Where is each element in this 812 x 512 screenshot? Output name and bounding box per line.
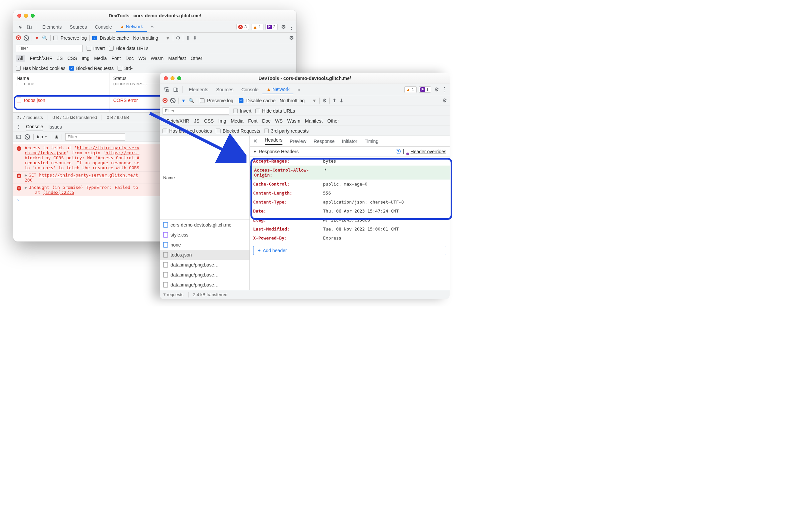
filter-input[interactable]: [163, 107, 229, 115]
upload-icon[interactable]: ⬆: [332, 97, 337, 104]
header-row[interactable]: Cache-Control:public, max-age=0: [250, 179, 450, 189]
blocked-requests-option[interactable]: ✓Blocked Requests: [69, 66, 114, 71]
context-select[interactable]: top▼: [37, 134, 48, 139]
request-row[interactable]: style.css: [160, 230, 250, 240]
request-row[interactable]: none: [160, 240, 250, 250]
type-other[interactable]: Other: [327, 118, 339, 123]
download-icon[interactable]: ⬇: [339, 97, 344, 104]
drawer-kebab-icon[interactable]: ⋮: [16, 124, 21, 130]
hide-data-urls-checkbox[interactable]: [256, 109, 260, 113]
blocked-requests-option[interactable]: Blocked Requests: [216, 128, 260, 134]
type-ws[interactable]: WS: [275, 118, 283, 123]
type-manifest[interactable]: Manifest: [305, 118, 323, 123]
hide-data-urls-option[interactable]: Hide data URLs: [256, 108, 295, 114]
net-row-todos[interactable]: todos.json: [13, 95, 110, 105]
tab-elements[interactable]: Elements: [38, 22, 66, 32]
warning-count-badge[interactable]: ▲1: [251, 24, 263, 30]
tab-sources[interactable]: Sources: [212, 85, 237, 94]
issues-count-badge[interactable]: ⚑1: [419, 86, 431, 93]
third-party-checkbox[interactable]: [118, 66, 122, 70]
third-party-option[interactable]: 3rd-: [118, 66, 133, 71]
close-icon[interactable]: [164, 76, 168, 80]
type-img[interactable]: Img: [219, 118, 226, 123]
issues-tab[interactable]: Issues: [48, 123, 62, 131]
upload-icon[interactable]: ⬆: [186, 35, 190, 41]
minimize-icon[interactable]: [171, 76, 175, 80]
response-headers-section[interactable]: ▼ Response Headers ? Header overrides: [250, 147, 450, 157]
invert-option[interactable]: Invert: [233, 108, 252, 114]
has-blocked-cookies-checkbox[interactable]: [163, 129, 167, 133]
type-all[interactable]: All: [16, 55, 25, 62]
minimize-icon[interactable]: [24, 13, 28, 18]
type-manifest[interactable]: Manifest: [168, 56, 186, 61]
link[interactable]: https://cors-: [106, 150, 140, 155]
has-blocked-cookies-option[interactable]: Has blocked cookies: [16, 66, 65, 71]
invert-checkbox[interactable]: [87, 46, 91, 51]
settings-icon[interactable]: ⚙: [434, 86, 439, 93]
console-sidebar-icon[interactable]: [16, 134, 21, 140]
throttle-select[interactable]: No throttling: [280, 98, 304, 103]
zoom-icon[interactable]: [177, 76, 181, 80]
preserve-log-checkbox[interactable]: [53, 36, 58, 40]
header-row[interactable]: Content-Type:application/json; charset=U…: [250, 198, 450, 206]
hide-data-urls-checkbox[interactable]: [109, 46, 114, 51]
wifi-icon[interactable]: ⚙: [176, 35, 180, 41]
chevron-down-icon[interactable]: ▼: [312, 98, 317, 103]
clear-icon[interactable]: [24, 35, 29, 40]
download-icon[interactable]: ⬇: [193, 35, 197, 41]
tab-console[interactable]: Console: [91, 22, 116, 32]
tab-sources[interactable]: Sources: [66, 22, 91, 32]
header-overrides-link[interactable]: Header overrides: [411, 149, 446, 154]
help-icon[interactable]: ?: [396, 149, 401, 154]
network-settings-icon[interactable]: ⚙: [289, 35, 294, 41]
record-icon[interactable]: [16, 35, 21, 40]
blocked-requests-checkbox[interactable]: ✓: [69, 66, 74, 70]
record-icon[interactable]: [163, 98, 168, 103]
request-row[interactable]: cors-demo-devtools.glitch.me: [160, 220, 250, 230]
header-row[interactable]: Last-Modified:Tue, 08 Nov 2022 15:00:01 …: [250, 225, 450, 233]
type-font[interactable]: Font: [248, 118, 257, 123]
type-wasm[interactable]: Wasm: [287, 118, 300, 123]
settings-icon[interactable]: ⚙: [281, 24, 286, 30]
link[interactable]: https://third-party-serv: [77, 145, 140, 150]
header-row[interactable]: Etag:W/"22c-18457c15d68": [250, 216, 450, 225]
link[interactable]: ch.me/todos.json: [25, 150, 66, 155]
type-img[interactable]: Img: [82, 56, 89, 61]
request-row[interactable]: data:image/png;base…: [160, 260, 250, 270]
has-blocked-cookies-option[interactable]: Has blocked cookies: [163, 128, 212, 134]
issues-count-badge[interactable]: ⚑2: [265, 24, 278, 30]
third-party-option[interactable]: 3rd-party requests: [264, 128, 309, 134]
request-row[interactable]: data:image/png;base…: [160, 280, 250, 290]
console-filter-input[interactable]: [65, 133, 125, 141]
net-row-cut[interactable]: none: [13, 83, 110, 89]
disable-cache-checkbox[interactable]: ✓: [239, 98, 243, 103]
type-css[interactable]: CSS: [67, 56, 77, 61]
tab-network[interactable]: ▲Network: [116, 22, 147, 32]
type-media[interactable]: Media: [94, 56, 107, 61]
override-icon[interactable]: [403, 149, 408, 154]
type-media[interactable]: Media: [231, 118, 243, 123]
disable-cache-checkbox[interactable]: ✓: [92, 36, 97, 40]
type-css[interactable]: CSS: [204, 118, 214, 123]
invert-checkbox[interactable]: [233, 109, 238, 113]
detail-tab-preview[interactable]: Preview: [290, 139, 307, 144]
type-js[interactable]: JS: [194, 118, 199, 123]
tab-network[interactable]: ▲Network: [262, 85, 293, 94]
header-row[interactable]: Content-Length:556: [250, 189, 450, 198]
inspect-icon[interactable]: [15, 23, 25, 31]
add-header-button[interactable]: ＋ Add header: [253, 246, 446, 255]
tab-console[interactable]: Console: [237, 85, 262, 94]
column-header-name[interactable]: Name: [160, 136, 250, 220]
header-row[interactable]: Accept-Ranges:bytes: [250, 157, 450, 166]
search-icon[interactable]: 🔍: [42, 35, 48, 40]
detail-tab-headers[interactable]: Headers: [265, 137, 283, 145]
has-blocked-cookies-checkbox[interactable]: [16, 66, 21, 70]
expand-icon[interactable]: ▶: [25, 173, 27, 177]
console-tab[interactable]: Console: [26, 122, 43, 131]
network-settings-icon[interactable]: ⚙: [442, 97, 447, 104]
type-js[interactable]: JS: [57, 56, 63, 61]
header-row[interactable]: Date:Thu, 06 Apr 2023 15:47:24 GMT: [250, 206, 450, 216]
blocked-requests-checkbox[interactable]: [216, 129, 221, 133]
type-fetch-xhr[interactable]: Fetch/XHR: [30, 56, 53, 61]
kebab-icon[interactable]: ⋮: [442, 86, 447, 93]
